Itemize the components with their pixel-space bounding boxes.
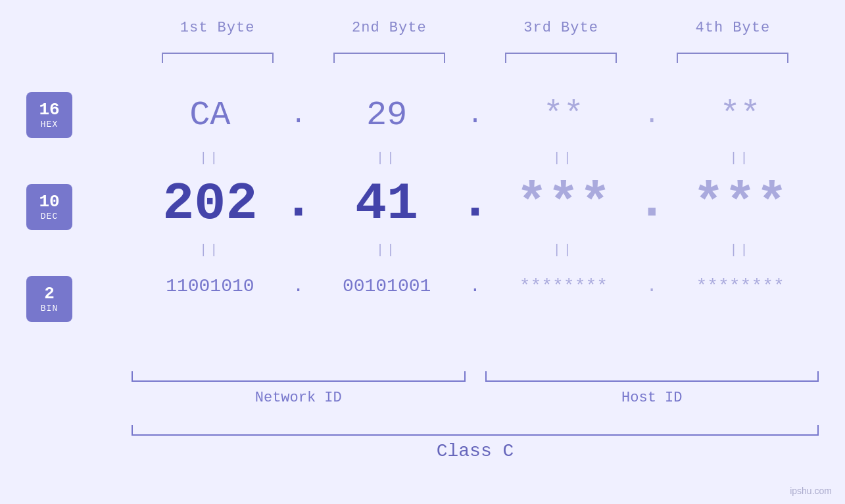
byte-headers: 1st Byte 2nd Byte 3rd Byte 4th Byte: [132, 20, 819, 36]
sep2-c2: ||: [308, 242, 466, 258]
dec-b2-value: 41: [355, 174, 418, 234]
bracket-top-4: [677, 53, 788, 63]
sep2-bars4: ||: [730, 242, 751, 258]
sep2-bars3: ||: [553, 242, 574, 258]
hex-b4-cell: **: [662, 96, 819, 135]
bin-b3-cell: ********: [485, 276, 642, 296]
dec-b4-value: ***: [693, 174, 788, 234]
sep2-bars1: ||: [199, 242, 220, 258]
badges-container: 16 HEX 10 DEC 2 BIN: [26, 92, 72, 322]
dec-b4-cell: ***: [662, 174, 819, 234]
bin-b3-value: ********: [519, 276, 608, 296]
bin-b4-value: ********: [696, 276, 784, 296]
dec-badge: 10 DEC: [26, 184, 72, 230]
bin-row: 11001010 . 00101001 . ******** . *******…: [132, 263, 819, 309]
dec-b1-cell: 202: [132, 174, 289, 234]
sep1-c1: ||: [132, 150, 289, 166]
host-id-label: Host ID: [485, 390, 819, 406]
sep1-bars1: ||: [199, 150, 220, 166]
top-brackets: [132, 53, 819, 63]
hex-badge-number: 16: [39, 101, 59, 120]
hex-dot1: .: [289, 101, 308, 130]
rows-area: CA . 29 . ** . ** ||: [132, 85, 819, 309]
bottom-bracket-row: [132, 371, 819, 384]
bin-badge: 2 BIN: [26, 276, 72, 322]
byte2-header: 2nd Byte: [303, 20, 475, 36]
dec-row: 202 . 41 . *** . ***: [132, 171, 819, 237]
bottom-brackets-area: Network ID Host ID: [132, 371, 819, 406]
bin-b2-cell: 00101001: [308, 276, 466, 296]
sep1-bars3: ||: [553, 150, 574, 166]
dec-badge-number: 10: [39, 193, 59, 212]
sep1-c2: ||: [308, 150, 466, 166]
bin-b2-value: 00101001: [343, 276, 431, 296]
hex-dot2: .: [466, 101, 485, 130]
dec-badge-label: DEC: [41, 212, 58, 221]
class-label: Class C: [132, 441, 819, 461]
outer-bracket-area: Class C: [132, 425, 819, 461]
sep2-c4: ||: [662, 242, 819, 258]
hex-dot3: .: [642, 101, 662, 130]
watermark: ipshu.com: [790, 486, 832, 496]
main-container: 1st Byte 2nd Byte 3rd Byte 4th Byte 16 H…: [0, 0, 845, 504]
hex-b3-value: **: [543, 96, 584, 135]
bracket-top-2: [333, 53, 445, 63]
byte4-header: 4th Byte: [647, 20, 819, 36]
byte1-header: 1st Byte: [132, 20, 303, 36]
sep2-bars2: ||: [376, 242, 397, 258]
sep1-bars4: ||: [730, 150, 751, 166]
bin-b4-cell: ********: [662, 276, 819, 296]
bottom-labels: Network ID Host ID: [132, 390, 819, 406]
bracket-top-3: [505, 53, 617, 63]
hex-b1-cell: CA: [132, 96, 289, 135]
bracket-cell-4: [647, 53, 819, 63]
hex-b3-cell: **: [485, 96, 642, 135]
hex-b1-value: CA: [189, 96, 230, 135]
dec-b3-value: ***: [516, 174, 611, 234]
dec-b2-cell: 41: [308, 174, 466, 234]
bracket-cell-2: [303, 53, 475, 63]
sep1-c3: ||: [485, 150, 642, 166]
bin-dot3: .: [642, 276, 662, 296]
bin-badge-number: 2: [44, 285, 55, 304]
network-id-label: Network ID: [132, 390, 466, 406]
bin-dot1: .: [289, 276, 308, 296]
bin-dot1-char: .: [293, 276, 304, 296]
bracket-top-1: [162, 53, 274, 63]
hex-b4-value: **: [719, 96, 760, 135]
hex-dot3-char: .: [644, 101, 660, 130]
sep-row-1: || || || ||: [132, 145, 819, 171]
bin-b1-value: 11001010: [166, 276, 254, 296]
bracket-cell-1: [132, 53, 303, 63]
bin-dot2-char: .: [470, 276, 481, 296]
byte3-header: 3rd Byte: [475, 20, 647, 36]
dec-b1-value: 202: [162, 174, 257, 234]
outer-bracket-line: [132, 425, 819, 436]
sep2-c3: ||: [485, 242, 642, 258]
bracket-cell-3: [475, 53, 647, 63]
hex-b2-value: 29: [366, 96, 407, 135]
bracket-bottom-netid: [132, 371, 466, 382]
hex-dot2-char: .: [467, 101, 483, 130]
bin-dot2: .: [466, 276, 485, 296]
dec-dot1: .: [289, 172, 308, 237]
bracket-bottom-hostid: [485, 371, 819, 382]
hex-dot1-char: .: [291, 101, 306, 130]
dec-dot2: .: [466, 172, 485, 237]
sep-row-2: || || || ||: [132, 237, 819, 263]
dec-dot3: .: [642, 172, 662, 237]
hex-b2-cell: 29: [308, 96, 466, 135]
hex-badge: 16 HEX: [26, 92, 72, 138]
sep1-c4: ||: [662, 150, 819, 166]
bin-b1-cell: 11001010: [132, 276, 289, 296]
sep2-c1: ||: [132, 242, 289, 258]
bin-dot3-char: .: [646, 276, 658, 296]
hex-row: CA . 29 . ** . **: [132, 85, 819, 145]
hex-badge-label: HEX: [41, 120, 58, 129]
sep1-bars2: ||: [376, 150, 397, 166]
bin-badge-label: BIN: [41, 304, 58, 313]
dec-b3-cell: ***: [485, 174, 642, 234]
